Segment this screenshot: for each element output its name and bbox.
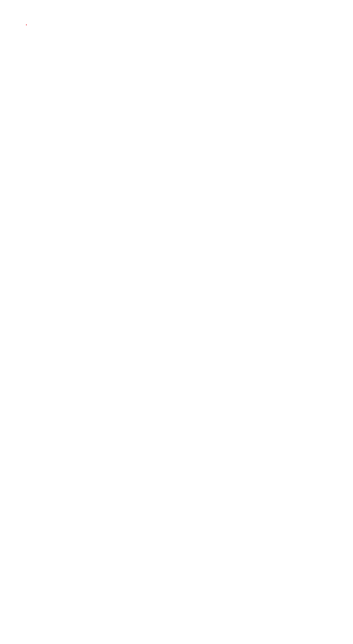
code-area — [17, 0, 353, 31]
line-number-gutter — [0, 0, 17, 31]
highlight-box — [26, 24, 27, 25]
